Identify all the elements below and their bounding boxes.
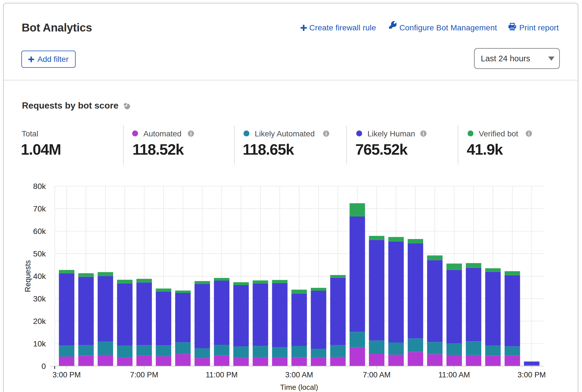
svg-text:3:00 PM: 3:00 PM xyxy=(518,371,546,379)
svg-text:3:00 AM: 3:00 AM xyxy=(285,371,313,379)
svg-text:Time (local): Time (local) xyxy=(280,383,318,391)
svg-text:0: 0 xyxy=(41,362,46,371)
svg-text:Requests: Requests xyxy=(24,260,32,292)
svg-text:20k: 20k xyxy=(33,317,46,326)
svg-text:40k: 40k xyxy=(33,272,46,281)
svg-text:30k: 30k xyxy=(33,294,46,303)
svg-text:50k: 50k xyxy=(33,249,46,258)
svg-text:3:00 PM: 3:00 PM xyxy=(53,371,81,379)
svg-text:80k: 80k xyxy=(33,182,46,191)
svg-text:70k: 70k xyxy=(33,204,46,213)
svg-text:7:00 PM: 7:00 PM xyxy=(130,371,158,379)
svg-text:11:00 AM: 11:00 AM xyxy=(438,371,470,379)
svg-text:7:00 AM: 7:00 AM xyxy=(363,371,391,379)
svg-text:11:00 PM: 11:00 PM xyxy=(206,371,238,379)
svg-text:10k: 10k xyxy=(33,339,46,348)
svg-text:60k: 60k xyxy=(33,227,46,236)
